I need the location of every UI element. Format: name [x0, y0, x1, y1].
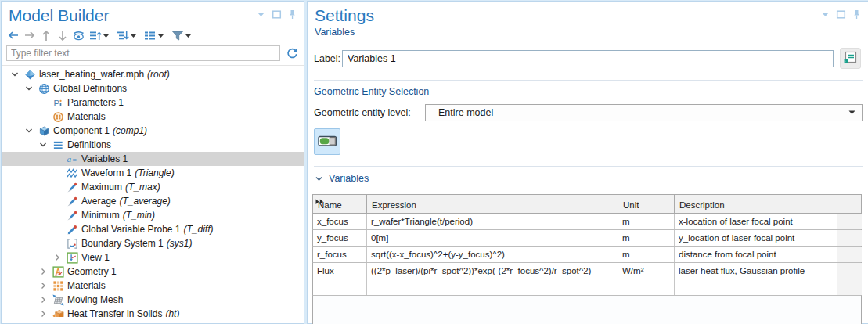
variables-section-header[interactable]: Variables: [315, 173, 862, 184]
dropdown-arrow-icon[interactable]: [185, 31, 193, 39]
tree-expander-icon[interactable]: [23, 84, 34, 93]
tree-expander-icon[interactable]: [38, 140, 49, 149]
tree-expander-icon[interactable]: [52, 253, 63, 262]
tree-item-variables-1[interactable]: a=Variables 1: [2, 152, 304, 166]
column-header-description[interactable]: Description: [675, 195, 837, 213]
cell-description[interactable]: y_location of laser focal point: [675, 230, 837, 246]
cell-description[interactable]: x-location of laser focal point: [675, 214, 837, 229]
show-in-model-tree-button[interactable]: [840, 48, 861, 69]
cell-name[interactable]: [313, 279, 367, 295]
cell-name[interactable]: y_focus: [313, 230, 367, 246]
tree-item-tag: (comp1): [113, 125, 147, 136]
dropdown-arrow-icon[interactable]: [103, 31, 111, 39]
tree-expander-icon[interactable]: [9, 70, 20, 79]
tree-item-label: Maximum: [81, 182, 122, 193]
dropdown-arrow-icon[interactable]: [157, 31, 166, 39]
tree-item-label: Geometry 1: [67, 266, 117, 277]
tree-item-waveform-1[interactable]: Waveform 1(Triangle): [2, 166, 304, 180]
cell-description[interactable]: distance from focal point: [675, 247, 837, 262]
pin-icon[interactable]: [852, 9, 862, 20]
float-window-icon[interactable]: [836, 9, 846, 20]
section-separator: [314, 80, 863, 81]
float-window-icon[interactable]: [272, 9, 282, 20]
coupling-probe-icon: [67, 210, 78, 221]
tree-item-boundary-system-1[interactable]: Boundary System 1(sys1): [2, 236, 304, 250]
filter-icon[interactable]: [170, 28, 185, 42]
tree-item-definitions[interactable]: Definitions: [2, 138, 304, 152]
cell-unit[interactable]: m: [618, 214, 675, 229]
cell-name[interactable]: Flux: [313, 263, 367, 279]
tree-item-heat-transfer-in-solids[interactable]: Heat Transfer in Solids(ht): [2, 307, 304, 317]
tree-expander-icon[interactable]: [38, 281, 49, 290]
label-input[interactable]: [342, 50, 834, 67]
cell-unit[interactable]: m: [618, 247, 675, 262]
tree-item-maximum[interactable]: Maximum(T_max): [2, 180, 304, 194]
table-row: Flux((2*p_laser)/(pi*r_spot^2))*exp(-(2*…: [312, 263, 862, 279]
panel-menu-icon[interactable]: [256, 9, 266, 20]
cell-unit[interactable]: [618, 279, 675, 295]
active-selection-toggle-button[interactable]: [314, 128, 340, 155]
tree-item-moving-mesh[interactable]: Moving Mesh: [2, 293, 304, 307]
dropdown-arrow-icon[interactable]: [130, 31, 139, 39]
tree-item-label: Global Variable Probe 1: [81, 224, 181, 235]
back-arrow-icon[interactable]: [5, 28, 20, 42]
tree-expander-icon[interactable]: [23, 126, 34, 135]
label-field-label: Label:: [314, 53, 342, 64]
move-up-icon[interactable]: [38, 28, 53, 42]
heat-transfer-icon: [52, 308, 64, 318]
tree-item-average[interactable]: Average(T_average): [2, 194, 304, 208]
cell-extra: [837, 279, 862, 295]
tree-item-global-definitions[interactable]: Global Definitions: [2, 81, 304, 95]
table-empty-area[interactable]: [312, 296, 862, 324]
column-header-expression[interactable]: Expression: [367, 195, 618, 213]
pin-icon[interactable]: [287, 9, 297, 20]
filter-input[interactable]: [6, 45, 280, 61]
tree-item-tag: (T_diff): [184, 224, 214, 235]
cell-expression[interactable]: r_wafer*Triangle(t/period): [367, 214, 618, 229]
tree-item-parameters-1[interactable]: PParameters 1: [2, 95, 304, 110]
column-header-extra: [837, 195, 862, 213]
tree-item-tag: (ht): [165, 308, 179, 317]
tree-item-global-variable-probe-1[interactable]: Global Variable Probe 1(T_diff): [2, 222, 304, 236]
table-row: y_focus0[m]my_location of laser focal po…: [312, 230, 862, 247]
tree-item-label: Component 1: [53, 125, 110, 136]
forward-arrow-icon[interactable]: [22, 28, 37, 42]
moving-mesh-icon: [52, 294, 64, 306]
tree-expander-icon[interactable]: [38, 267, 49, 276]
coupling-probe-icon: [67, 182, 78, 193]
settings-header: Settings: [308, 2, 868, 26]
tree-item-component-1[interactable]: Component 1(comp1): [2, 124, 304, 138]
tree-item-view-1[interactable]: View 1: [2, 250, 304, 265]
cell-name[interactable]: r_focus: [313, 247, 367, 262]
collapse-all-icon[interactable]: [88, 28, 103, 42]
tree-item-materials[interactable]: Materials: [2, 279, 304, 293]
tree-item-laser-heating-wafer-mph[interactable]: laser_heating_wafer.mph(root): [2, 67, 304, 81]
cell-expression[interactable]: ((2*p_laser)/(pi*r_spot^2))*exp(-(2*r_fo…: [367, 263, 618, 279]
section-separator: [314, 166, 863, 167]
toolbar-group: [22, 28, 37, 42]
show-icon[interactable]: [71, 28, 86, 42]
move-down-icon[interactable]: [55, 28, 70, 42]
cell-name[interactable]: x_focus: [313, 214, 367, 229]
refresh-icon[interactable]: [286, 47, 299, 60]
panel-menu-icon[interactable]: [820, 9, 830, 20]
cell-expression[interactable]: sqrt((x-x_focus)^2+(y-y_focus)^2): [367, 247, 618, 262]
tree-item-tag: (root): [147, 69, 170, 80]
cell-expression[interactable]: 0[m]: [367, 230, 618, 246]
cell-unit[interactable]: W/m²: [618, 263, 675, 279]
column-header-unit[interactable]: Unit: [618, 195, 675, 213]
cell-description[interactable]: laser heat flux, Gaussian profile: [675, 263, 837, 279]
cell-expression[interactable]: [367, 279, 618, 295]
expand-all-icon[interactable]: [115, 28, 130, 42]
tree-expander-icon[interactable]: [38, 309, 49, 317]
toolbar-group: [5, 28, 20, 42]
cell-unit[interactable]: m: [618, 230, 675, 246]
tree-expander-icon[interactable]: [38, 295, 49, 304]
tree-item-geometry-1[interactable]: AGeometry 1: [2, 265, 304, 279]
node-text-icon[interactable]: [142, 28, 157, 42]
cell-description[interactable]: [675, 279, 837, 295]
tree-item-materials[interactable]: Materials: [2, 110, 304, 124]
entity-level-dropdown[interactable]: Entire model: [425, 104, 863, 121]
tree-item-minimum[interactable]: Minimum(T_min): [2, 208, 304, 222]
tree-item-tag: (T_min): [123, 210, 155, 221]
